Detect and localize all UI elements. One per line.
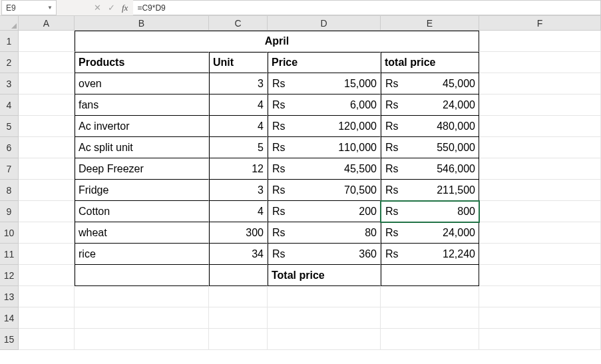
cell-product-5[interactable]: Ac invertor [75,116,209,137]
column-header-C[interactable]: C [209,16,268,30]
cell-product-8[interactable]: Fridge [75,180,209,201]
cell-B12[interactable] [75,265,209,286]
cell-header-products[interactable]: Products [75,52,209,73]
formula-input[interactable]: =C9*D9 [133,0,601,15]
cell-D15[interactable] [268,329,381,350]
row-header-10[interactable]: 10 [0,222,19,244]
cell-footer-total[interactable] [381,265,479,286]
row-header-1[interactable]: 1 [0,31,19,52]
cell-B13[interactable] [75,286,209,307]
cell-A15[interactable] [19,329,75,350]
cell-F1[interactable] [479,31,601,52]
cell-C15[interactable] [209,329,268,350]
column-header-D[interactable]: D [268,16,381,30]
cell-unit-5[interactable]: 4 [209,116,268,137]
cell-unit-11[interactable]: 34 [209,244,268,265]
cell-unit-10[interactable]: 300 [209,222,268,244]
cell-total-11[interactable]: Rs12,240 [381,244,479,265]
cell-F3[interactable] [479,73,601,94]
cell-F10[interactable] [479,222,601,244]
column-header-F[interactable]: F [479,16,601,30]
cell-total-3[interactable]: Rs45,000 [381,73,479,94]
column-header-A[interactable]: A [19,16,75,30]
cell-E15[interactable] [381,329,479,350]
cell-product-3[interactable]: oven [75,73,209,94]
cell-total-8[interactable]: Rs211,500 [381,180,479,201]
cell-unit-6[interactable]: 5 [209,137,268,158]
cell-F11[interactable] [479,244,601,265]
name-box[interactable]: E9 ▼ [1,0,57,15]
cell-F9[interactable] [479,201,601,222]
cell-B15[interactable] [75,329,209,350]
cell-A6[interactable] [19,137,75,158]
row-header-12[interactable]: 12 [0,265,19,286]
cell-F2[interactable] [479,52,601,73]
cell-C13[interactable] [209,286,268,307]
cell-unit-9[interactable]: 4 [209,201,268,222]
row-header-3[interactable]: 3 [0,73,19,94]
column-header-E[interactable]: E [381,16,479,30]
cell-A2[interactable] [19,52,75,73]
select-all-corner[interactable] [0,16,19,30]
cell-price-7[interactable]: Rs45,500 [268,158,381,180]
cell-price-3[interactable]: Rs15,000 [268,73,381,94]
cell-unit-3[interactable]: 3 [209,73,268,94]
cell-E13[interactable] [381,286,479,307]
cell-unit-8[interactable]: 3 [209,180,268,201]
cancel-icon[interactable]: ✕ [94,3,101,13]
cell-F14[interactable] [479,307,601,329]
cell-A12[interactable] [19,265,75,286]
cell-F7[interactable] [479,158,601,180]
cell-product-10[interactable]: wheat [75,222,209,244]
cell-A7[interactable] [19,158,75,180]
cell-price-10[interactable]: Rs80 [268,222,381,244]
cell-B14[interactable] [75,307,209,329]
cell-header-total[interactable]: total price [381,52,479,73]
cell-total-7[interactable]: Rs546,000 [381,158,479,180]
row-header-13[interactable]: 13 [0,286,19,307]
cell-A11[interactable] [19,244,75,265]
cell-A13[interactable] [19,286,75,307]
cell-F12[interactable] [479,265,601,286]
cell-A1[interactable] [19,31,75,52]
cell-total-6[interactable]: Rs550,000 [381,137,479,158]
row-header-4[interactable]: 4 [0,94,19,116]
cell-A4[interactable] [19,94,75,116]
cell-A3[interactable] [19,73,75,94]
cell-footer-label[interactable]: Total price [268,265,381,286]
row-header-11[interactable]: 11 [0,244,19,265]
cell-D13[interactable] [268,286,381,307]
fx-icon[interactable]: fx [122,3,128,13]
cell-total-4[interactable]: Rs24,000 [381,94,479,116]
cell-price-11[interactable]: Rs360 [268,244,381,265]
row-header-5[interactable]: 5 [0,116,19,137]
cell-total-9[interactable]: Rs800 [381,201,479,222]
cell-title[interactable]: April [75,31,479,52]
row-header-7[interactable]: 7 [0,158,19,180]
cell-F6[interactable] [479,137,601,158]
cell-F13[interactable] [479,286,601,307]
row-header-8[interactable]: 8 [0,180,19,201]
cell-F8[interactable] [479,180,601,201]
cell-A9[interactable] [19,201,75,222]
row-header-14[interactable]: 14 [0,307,19,329]
cell-A14[interactable] [19,307,75,329]
cell-price-4[interactable]: Rs6,000 [268,94,381,116]
cells-area[interactable]: AprilProductsUnitPricetotal priceoven3Rs… [19,31,601,350]
cell-F5[interactable] [479,116,601,137]
cell-price-6[interactable]: Rs110,000 [268,137,381,158]
cell-total-5[interactable]: Rs480,000 [381,116,479,137]
cell-product-9[interactable]: Cotton [75,201,209,222]
cell-unit-4[interactable]: 4 [209,94,268,116]
row-header-9[interactable]: 9 [0,201,19,222]
cell-A10[interactable] [19,222,75,244]
cell-A8[interactable] [19,180,75,201]
row-header-15[interactable]: 15 [0,329,19,350]
cell-product-11[interactable]: rice [75,244,209,265]
cell-product-4[interactable]: fans [75,94,209,116]
cell-unit-7[interactable]: 12 [209,158,268,180]
cell-price-9[interactable]: Rs200 [268,201,381,222]
row-header-2[interactable]: 2 [0,52,19,73]
cell-product-7[interactable]: Deep Freezer [75,158,209,180]
cell-header-price[interactable]: Price [268,52,381,73]
